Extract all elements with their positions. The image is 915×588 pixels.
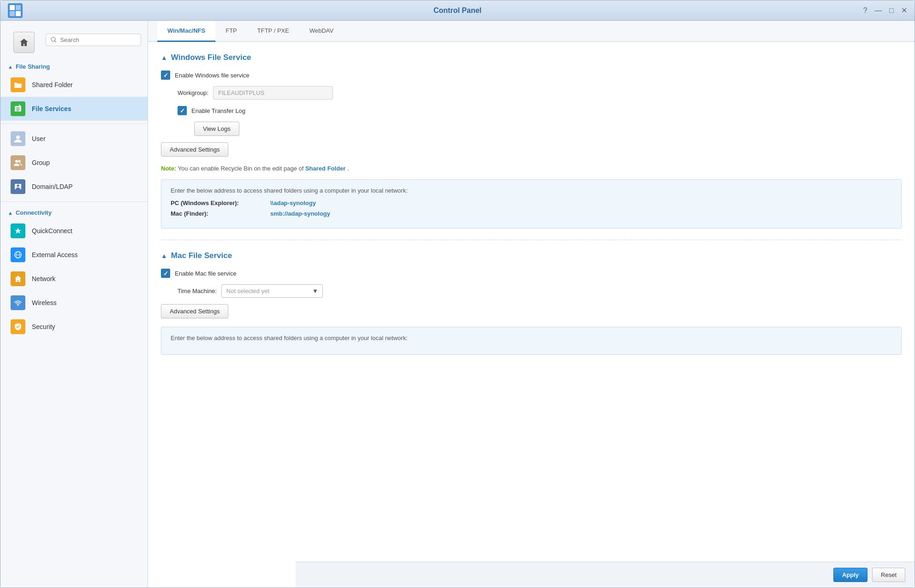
sidebar-item-user[interactable]: User (0, 127, 148, 151)
enable-windows-service-row[interactable]: Enable Windows file service (161, 71, 902, 80)
enable-mac-service-label: Enable Mac file service (175, 270, 237, 277)
search-input[interactable] (60, 36, 136, 43)
minimize-button[interactable]: — (874, 7, 882, 14)
mac-info-box-intro: Enter the below address to access shared… (171, 335, 892, 341)
security-icon (11, 319, 25, 334)
mac-section-divider (161, 240, 902, 240)
mac-section-header: ▲ Mac File Service (161, 251, 902, 260)
windows-section-header: ▲ Windows File Service (161, 53, 902, 62)
mac-advanced-settings-button[interactable]: Advanced Settings (161, 304, 228, 318)
control-panel-window: Control Panel ? — □ ✕ (0, 0, 915, 588)
workgroup-input[interactable] (213, 86, 333, 100)
svg-rect-4 (16, 11, 21, 16)
main-layout: ▲ File Sharing Shared Folder (0, 21, 915, 588)
windows-advanced-settings-button[interactable]: Advanced Settings (161, 142, 228, 157)
info-pc-label: PC (Windows Explorer): (171, 200, 263, 206)
shared-folder-icon (11, 77, 25, 92)
svg-point-12 (17, 185, 19, 187)
search-icon (51, 36, 56, 43)
sidebar-item-network[interactable]: Network (0, 267, 148, 291)
svg-line-6 (55, 41, 56, 42)
time-machine-select-wrap: Not selected yet ▼ (221, 284, 323, 298)
home-button[interactable] (13, 32, 35, 53)
connectivity-chevron-icon: ▲ (8, 210, 13, 216)
tab-webdav[interactable]: WebDAV (299, 21, 344, 42)
enable-windows-service-checkbox[interactable] (161, 71, 170, 80)
windows-section-title: Windows File Service (171, 53, 251, 62)
sidebar-item-group[interactable]: Group (0, 151, 148, 175)
sidebar-item-security[interactable]: Security (0, 315, 148, 339)
restore-button[interactable]: □ (889, 7, 894, 14)
svg-rect-3 (10, 11, 15, 16)
note-end: . (347, 165, 349, 172)
view-logs-button[interactable]: View Logs (194, 122, 239, 136)
time-machine-row: Time Machine: Not selected yet ▼ (161, 284, 902, 298)
enable-mac-service-checkbox[interactable] (161, 269, 170, 278)
section-connectivity[interactable]: ▲ Connectivity (0, 205, 148, 219)
footer-bar: Apply Reset (296, 562, 915, 588)
content-scroll: ▲ Windows File Service Enable Windows fi… (148, 42, 915, 588)
quickconnect-icon (11, 223, 25, 238)
mac-advanced-row: Advanced Settings (161, 304, 902, 318)
help-button[interactable]: ? (863, 7, 867, 14)
title-bar: Control Panel ? — □ ✕ (0, 0, 915, 21)
info-box-intro: Enter the below address to access shared… (171, 187, 892, 194)
workgroup-row: Workgroup: (161, 86, 902, 100)
sidebar-item-wireless[interactable]: Wireless (0, 291, 148, 315)
sidebar-item-shared-folder-label: Shared Folder (32, 81, 73, 88)
mac-section-chevron[interactable]: ▲ (161, 252, 167, 259)
user-icon (11, 131, 25, 146)
sidebar-item-file-services-label: File Services (32, 105, 71, 112)
title-bar-left (8, 3, 23, 18)
search-box[interactable] (46, 34, 141, 46)
chevron-down-icon: ▲ (8, 64, 13, 70)
mac-info-box: Enter the below address to access shared… (161, 327, 902, 355)
sidebar-item-external-access[interactable]: External Access (0, 243, 148, 267)
sidebar-item-network-label: Network (32, 275, 55, 282)
sidebar-item-quickconnect[interactable]: QuickConnect (0, 219, 148, 243)
svg-rect-1 (10, 5, 15, 10)
close-button[interactable]: ✕ (901, 7, 907, 14)
reset-button[interactable]: Reset (872, 568, 905, 582)
sidebar-divider-2 (0, 201, 148, 202)
enable-windows-service-label: Enable Windows file service (175, 72, 250, 79)
transfer-log-checkbox[interactable] (178, 106, 187, 115)
sidebar-top (0, 21, 148, 59)
info-mac-label: Mac (Finder): (171, 210, 263, 217)
apply-button[interactable]: Apply (833, 568, 867, 582)
sidebar-item-shared-folder[interactable]: Shared Folder (0, 73, 148, 97)
sidebar-item-quickconnect-label: QuickConnect (32, 227, 72, 235)
tab-bar: Win/Mac/NFS FTP TFTP / PXE WebDAV (148, 21, 915, 42)
windows-info-box: Enter the below address to access shared… (161, 179, 902, 229)
tab-win-mac-nfs[interactable]: Win/Mac/NFS (157, 21, 215, 42)
svg-point-8 (16, 135, 20, 139)
tab-ftp[interactable]: FTP (215, 21, 247, 42)
sidebar-item-wireless-label: Wireless (32, 299, 57, 306)
wireless-icon (11, 295, 25, 310)
windows-advanced-row: Advanced Settings (161, 142, 902, 157)
time-machine-label: Time Machine: (178, 288, 217, 294)
sidebar-item-file-services[interactable]: File Services (0, 97, 148, 121)
group-icon (11, 155, 25, 170)
svg-point-16 (18, 305, 18, 306)
window-title: Control Panel (434, 6, 481, 15)
sidebar-item-external-access-label: External Access (32, 251, 78, 259)
info-pc-value: \\adap-synology (270, 200, 316, 206)
content-area: Win/Mac/NFS FTP TFTP / PXE WebDAV ▲ Wind… (148, 21, 915, 588)
sidebar-item-domain-ldap[interactable]: Domain/LDAP (0, 175, 148, 199)
tab-tftp-pxe[interactable]: TFTP / PXE (247, 21, 299, 42)
section-file-sharing[interactable]: ▲ File Sharing (0, 59, 148, 73)
sidebar-item-security-label: Security (32, 323, 55, 330)
app-icon (8, 3, 23, 18)
domain-ldap-icon (11, 179, 25, 194)
transfer-log-row[interactable]: Enable Transfer Log (161, 106, 902, 115)
shared-folder-link[interactable]: Shared Folder (305, 165, 345, 172)
info-row-mac: Mac (Finder): smb://adap-synology (171, 210, 892, 217)
view-logs-row: View Logs (161, 122, 902, 136)
svg-point-9 (15, 160, 18, 163)
svg-point-10 (18, 160, 21, 163)
section-file-sharing-label: File Sharing (16, 63, 50, 70)
time-machine-select[interactable]: Not selected yet (221, 284, 323, 298)
enable-mac-service-row[interactable]: Enable Mac file service (161, 269, 902, 278)
windows-section-chevron[interactable]: ▲ (161, 54, 167, 61)
